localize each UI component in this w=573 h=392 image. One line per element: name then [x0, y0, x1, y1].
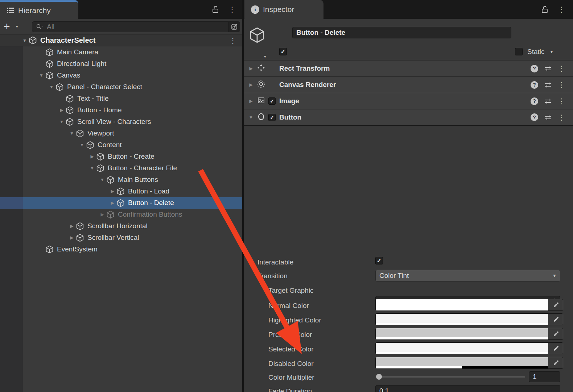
eyedropper-icon[interactable] [548, 314, 563, 325]
normal-color-swatch[interactable] [375, 299, 563, 311]
hierarchy-item[interactable]: ▼Button - Character File [0, 162, 242, 174]
create-object-caret-icon[interactable]: ▾ [16, 24, 18, 29]
expander-icon[interactable]: ▶ [68, 235, 75, 240]
hierarchy-item[interactable]: Text - Title [0, 93, 242, 104]
gameobject-name-field[interactable]: Button - Delete [292, 27, 511, 38]
hierarchy-item[interactable]: ▶Button - Load [0, 185, 242, 197]
hierarchy-item[interactable]: ▼Viewport [0, 128, 242, 139]
presets-icon[interactable] [544, 64, 552, 72]
scene-expander-icon[interactable]: ▼ [21, 38, 28, 43]
gameobject-icon-caret[interactable]: ▾ [264, 54, 266, 59]
interactable-label: Interactable [257, 258, 293, 266]
highlighted-color-swatch[interactable] [375, 313, 563, 325]
help-icon[interactable]: ? [531, 65, 538, 72]
scene-header[interactable]: ▼ CharacterSelect ⋮ [0, 35, 242, 46]
eyedropper-icon[interactable] [548, 299, 563, 310]
highlighted-color-label: Highlighted Color [268, 316, 321, 324]
hierarchy-menu-icon[interactable]: ⋮ [228, 6, 236, 13]
expander-icon[interactable]: ▶ [109, 200, 116, 205]
tab-inspector[interactable]: i Inspector [244, 0, 323, 19]
eyedropper-icon[interactable] [548, 343, 563, 354]
transition-label: Transition [257, 272, 288, 280]
unlock-icon[interactable] [541, 5, 548, 13]
component-menu-icon[interactable]: ⋮ [558, 81, 565, 88]
presets-icon[interactable] [544, 113, 552, 121]
hierarchy-item[interactable]: ▼Content [0, 139, 242, 151]
fade-duration-field[interactable]: 0.1 [375, 385, 560, 392]
expander-icon[interactable]: ▶ [247, 99, 255, 104]
hierarchy-item[interactable]: ▶Button - Create [0, 151, 242, 162]
expander-icon[interactable]: ▼ [247, 115, 255, 120]
hierarchy-item[interactable]: ▼Scroll View - Characters [0, 116, 242, 128]
static-caret-icon[interactable]: ▾ [551, 49, 553, 54]
expander-icon[interactable]: ▶ [247, 66, 255, 71]
presets-icon[interactable] [544, 81, 552, 89]
hierarchy-item[interactable]: Directional Light [0, 58, 242, 70]
tab-hierarchy[interactable]: Hierarchy [0, 0, 78, 19]
hierarchy-item[interactable]: ▶Confirmation Buttons [0, 209, 242, 220]
selected-color-swatch[interactable] [375, 342, 563, 354]
component-menu-icon[interactable]: ⋮ [558, 65, 565, 72]
component-image[interactable]: ▶ ✓ Image ? ⋮ [244, 93, 573, 109]
hierarchy-item[interactable]: ▼Panel - Character Select [0, 81, 242, 93]
normal-color-label: Normal Color [268, 302, 309, 310]
hierarchy-item[interactable]: EventSystem [0, 243, 242, 255]
active-checkbox[interactable]: ✓ [279, 48, 287, 55]
hierarchy-item[interactable]: ▼Canvas [0, 70, 242, 81]
scene-menu-icon[interactable]: ⋮ [229, 37, 236, 44]
hierarchy-item[interactable]: ▶Button - Home [0, 104, 242, 116]
gameobject-icon [75, 222, 84, 231]
expander-icon[interactable]: ▶ [58, 108, 65, 113]
expander-icon[interactable]: ▶ [109, 189, 116, 194]
help-icon[interactable]: ? [531, 113, 538, 121]
interactable-checkbox[interactable]: ✓ [375, 257, 383, 264]
expander-icon[interactable]: ▼ [48, 84, 55, 89]
help-icon[interactable]: ? [531, 81, 538, 89]
search-window-icon[interactable] [228, 22, 240, 32]
transition-dropdown[interactable]: Color Tint ▼ [375, 270, 560, 282]
unlock-icon[interactable] [212, 5, 219, 13]
component-canvas-renderer[interactable]: ▶ Canvas Renderer ? ⋮ [244, 76, 573, 93]
gameobject-icon [96, 164, 105, 173]
inspector-menu-icon[interactable]: ⋮ [558, 6, 565, 13]
hierarchy-item[interactable]: ▶Button - Delete [0, 197, 242, 209]
expander-icon[interactable]: ▶ [68, 224, 75, 229]
component-rect-transform[interactable]: ▶ Rect Transform ? ⋮ [244, 60, 573, 76]
component-button[interactable]: ▼ ✓ Button ? ⋮ [244, 109, 573, 125]
help-icon[interactable]: ? [531, 97, 538, 105]
hierarchy-item[interactable]: ▶Scrollbar Horizontal [0, 220, 242, 232]
pressed-color-swatch[interactable] [375, 328, 563, 340]
hierarchy-item[interactable]: ▼Main Buttons [0, 174, 242, 185]
disabled-color-swatch[interactable] [375, 357, 563, 369]
expander-icon[interactable]: ▼ [78, 142, 86, 147]
expander-icon[interactable]: ▶ [99, 212, 106, 217]
hierarchy-search-input[interactable]: All [32, 21, 240, 32]
component-enabled-checkbox[interactable]: ✓ [268, 97, 276, 105]
color-multiplier-slider[interactable] [378, 376, 525, 378]
presets-icon[interactable] [544, 97, 552, 105]
hierarchy-item[interactable]: Main Camera [0, 46, 242, 58]
expander-icon[interactable]: ▶ [247, 82, 255, 87]
expander-icon[interactable]: ▼ [58, 119, 65, 124]
component-menu-icon[interactable]: ⋮ [558, 114, 565, 121]
expander-icon[interactable]: ▼ [88, 166, 96, 171]
gameobject-cube-icon[interactable] [248, 26, 266, 46]
component-menu-icon[interactable]: ⋮ [558, 97, 565, 105]
component-enabled-checkbox[interactable]: ✓ [268, 114, 276, 121]
image-component-icon [257, 96, 265, 106]
expander-icon[interactable]: ▶ [88, 154, 96, 159]
color-multiplier-value-field[interactable]: 1 [529, 371, 560, 382]
eyedropper-icon[interactable] [548, 357, 563, 368]
expander-icon[interactable]: ▼ [99, 177, 106, 182]
hierarchy-item[interactable]: ▶Scrollbar Vertical [0, 232, 242, 243]
expander-icon[interactable]: ▼ [68, 131, 75, 136]
hierarchy-item-label: Scrollbar Horizontal [87, 222, 148, 230]
eyedropper-icon[interactable] [548, 328, 563, 339]
gameobject-icon [65, 106, 74, 115]
hierarchy-tab-title: Hierarchy [18, 6, 51, 15]
expander-icon[interactable]: ▼ [38, 73, 45, 78]
slider-knob[interactable] [376, 374, 382, 380]
hierarchy-item-label: Canvas [57, 71, 80, 79]
create-object-button[interactable]: + [4, 20, 10, 33]
static-checkbox[interactable] [515, 48, 523, 55]
